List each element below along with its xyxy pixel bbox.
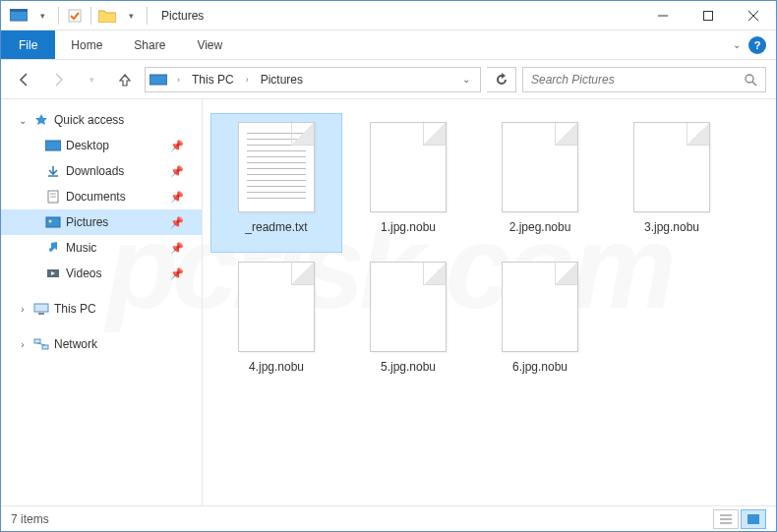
tab-share[interactable]: Share: [118, 30, 181, 59]
close-button[interactable]: [731, 1, 776, 30]
pin-icon: 📌: [170, 242, 184, 255]
sidebar-item-label: Videos: [66, 266, 101, 280]
svg-rect-1: [10, 9, 28, 12]
content-area: ⌄ Quick access Desktop📌Downloads📌Documen…: [1, 99, 776, 505]
svg-rect-25: [747, 514, 759, 524]
pin-icon: 📌: [170, 267, 184, 280]
ribbon: File Home Share View ⌄ ?: [1, 30, 776, 60]
svg-rect-17: [34, 304, 48, 312]
view-large-icons-button[interactable]: [741, 509, 766, 529]
address-dropdown-icon[interactable]: ⌄: [456, 74, 476, 85]
recent-locations-button[interactable]: ▾: [78, 66, 105, 93]
file-name: 4.jpg.nobu: [249, 360, 304, 374]
file-name: 3.jpg.nobu: [644, 220, 699, 234]
sidebar-quick-access[interactable]: ⌄ Quick access: [1, 107, 202, 133]
file-tab[interactable]: File: [1, 30, 55, 59]
search-icon: [744, 73, 757, 87]
sidebar-item-label: Pictures: [66, 215, 108, 229]
sidebar-item-label: Music: [66, 241, 96, 255]
back-button[interactable]: [11, 66, 38, 93]
help-button[interactable]: ?: [748, 36, 766, 54]
forward-button[interactable]: [44, 66, 72, 93]
qat-dropdown-icon[interactable]: ▾: [30, 4, 54, 28]
window-title: Pictures: [161, 9, 204, 23]
address-box[interactable]: › This PC › Pictures ⌄: [145, 67, 481, 92]
sidebar-item-downloads[interactable]: Downloads📌: [1, 158, 202, 184]
file-thumbnail: [502, 262, 578, 352]
svg-rect-10: [45, 141, 61, 150]
svg-line-9: [752, 82, 756, 86]
folder-icon[interactable]: [95, 4, 119, 28]
sidebar-item-label: Downloads: [66, 164, 124, 178]
sidebar-network[interactable]: › Network: [1, 331, 202, 357]
file-name: 6.jpg.nobu: [512, 360, 568, 374]
chevron-right-icon[interactable]: ›: [242, 75, 253, 85]
expand-icon[interactable]: ›: [17, 304, 29, 315]
videos-icon: [44, 266, 62, 281]
file-thumbnail: [502, 122, 578, 212]
collapse-icon[interactable]: ⌄: [17, 115, 29, 126]
breadcrumb[interactable]: This PC: [190, 73, 236, 87]
status-item-count: 7 items: [11, 512, 49, 526]
tab-view[interactable]: View: [181, 30, 238, 59]
tab-home[interactable]: Home: [55, 30, 118, 59]
svg-rect-0: [10, 11, 28, 21]
file-item[interactable]: 3.jpg.nobu: [606, 113, 738, 253]
up-button[interactable]: [111, 66, 139, 93]
address-bar: ▾ › This PC › Pictures ⌄: [1, 60, 776, 99]
svg-rect-19: [34, 339, 40, 343]
sidebar-item-documents[interactable]: Documents📌: [1, 184, 202, 209]
network-icon: [32, 336, 50, 352]
file-item[interactable]: 5.jpg.nobu: [342, 253, 474, 392]
svg-rect-7: [149, 75, 167, 85]
svg-rect-20: [42, 345, 48, 349]
sidebar-item-label: This PC: [54, 302, 96, 316]
star-icon: [32, 112, 50, 128]
search-box[interactable]: [522, 67, 766, 92]
pictures-icon: [44, 214, 62, 230]
pc-icon: [32, 301, 50, 317]
sidebar-item-desktop[interactable]: Desktop📌: [1, 133, 202, 158]
svg-rect-14: [46, 217, 60, 227]
expand-icon[interactable]: ›: [17, 339, 29, 350]
refresh-button[interactable]: [487, 67, 516, 92]
location-icon: [149, 73, 167, 87]
file-item[interactable]: _readme.txt: [210, 113, 342, 253]
qat-properties-icon[interactable]: [63, 4, 87, 28]
pin-icon: 📌: [170, 140, 184, 152]
qat-dropdown2-icon[interactable]: ▾: [119, 4, 143, 28]
sidebar-item-videos[interactable]: Videos📌: [1, 261, 202, 286]
file-item[interactable]: 2.jpeg.nobu: [474, 113, 606, 253]
chevron-right-icon[interactable]: ›: [173, 75, 184, 85]
desktop-icon: [44, 138, 62, 153]
music-icon: [44, 240, 62, 256]
documents-icon: [44, 189, 62, 205]
maximize-button[interactable]: [686, 1, 731, 30]
ribbon-expand-icon[interactable]: ⌄: [733, 39, 741, 50]
file-item[interactable]: 4.jpg.nobu: [210, 253, 342, 392]
sidebar-item-label: Network: [54, 337, 97, 351]
minimize-button[interactable]: [640, 1, 686, 30]
file-thumbnail: [370, 122, 447, 212]
pin-icon: 📌: [170, 216, 184, 229]
sidebar-this-pc[interactable]: › This PC: [1, 296, 202, 322]
search-input[interactable]: [531, 73, 736, 87]
file-name: 1.jpg.nobu: [381, 220, 436, 234]
navigation-pane: ⌄ Quick access Desktop📌Downloads📌Documen…: [1, 99, 203, 505]
view-details-button[interactable]: [713, 509, 739, 529]
pin-icon: 📌: [170, 165, 184, 178]
file-thumbnail: [238, 262, 315, 352]
file-item[interactable]: 1.jpg.nobu: [342, 113, 474, 253]
file-list[interactable]: _readme.txt1.jpg.nobu2.jpeg.nobu3.jpg.no…: [203, 99, 776, 505]
pin-icon: 📌: [170, 191, 184, 204]
svg-line-21: [37, 343, 45, 345]
sidebar-item-pictures[interactable]: Pictures📌: [1, 209, 202, 235]
sidebar-item-music[interactable]: Music📌: [1, 235, 202, 261]
svg-rect-4: [704, 11, 713, 20]
file-thumbnail: [370, 262, 447, 352]
breadcrumb[interactable]: Pictures: [259, 73, 305, 87]
file-name: 5.jpg.nobu: [381, 360, 436, 374]
file-thumbnail: [633, 122, 710, 212]
file-item[interactable]: 6.jpg.nobu: [474, 253, 606, 392]
downloads-icon: [44, 163, 62, 179]
